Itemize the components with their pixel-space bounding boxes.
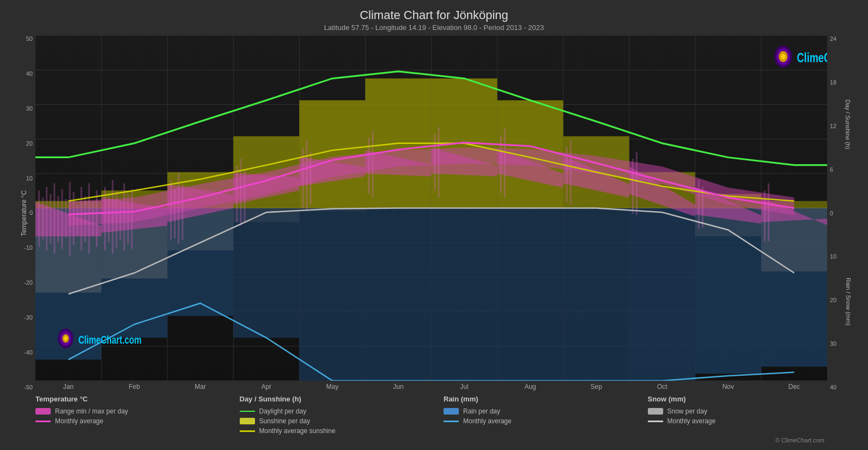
legend-snow-avg: Monthly average [648, 417, 852, 425]
x-axis-jul: Jul [431, 383, 497, 391]
svg-rect-103 [768, 183, 769, 241]
svg-rect-69 [88, 183, 90, 254]
svg-rect-79 [131, 189, 133, 249]
svg-rect-28 [365, 208, 431, 381]
svg-rect-81 [174, 189, 175, 238]
x-axis: Jan Feb Mar Apr May Jun Jul Aug Sep Oct … [35, 381, 827, 391]
legend-rain: Rain (mm) Rain per day Monthly average [444, 395, 648, 435]
legend-sunshine-avg: Monthly average sunshine [240, 427, 444, 435]
svg-rect-38 [233, 208, 299, 223]
main-container: Climate Chart for Jönköping Latitude 57.… [0, 0, 868, 450]
svg-rect-95 [504, 129, 506, 198]
legend-temp-title: Temperature °C [35, 395, 240, 403]
svg-rect-77 [123, 183, 125, 250]
svg-text:ClimeChart.com: ClimeChart.com [797, 51, 827, 65]
svg-rect-84 [236, 166, 238, 222]
svg-rect-27 [299, 208, 365, 381]
svg-rect-29 [432, 208, 497, 381]
svg-rect-57 [42, 197, 44, 240]
legend-area: Temperature °C Range min / max per day M… [11, 391, 857, 437]
legend-rain-title: Rain (mm) [444, 395, 648, 403]
legend-rain-day: Rain per day [444, 407, 648, 415]
legend-snow-title: Snow (mm) [648, 395, 852, 403]
chart-title: Climate Chart for Jönköping [11, 8, 857, 22]
legend-temp-range-label: Range min / max per day [55, 407, 128, 415]
snow-swatch [648, 408, 663, 415]
svg-rect-71 [96, 190, 98, 247]
y-axis-right-top-label: Day / Sunshine (h) [844, 99, 851, 149]
legend-snow: Snow (mm) Snow per day Monthly average [648, 395, 852, 435]
svg-point-112 [64, 337, 67, 341]
y-axis-right-bottom-label: Rain / Snow (mm) [845, 278, 852, 326]
legend-rain-avg-label: Monthly average [463, 417, 512, 425]
y-axis-right: Day / Sunshine (h) 24 18 12 6 0 10 20 30… [827, 35, 857, 391]
x-axis-sep: Sep [563, 383, 629, 391]
x-axis-feb: Feb [101, 383, 167, 391]
daylight-line [240, 411, 255, 412]
snow-avg-line [648, 421, 663, 422]
x-axis-jun: Jun [365, 383, 431, 391]
svg-rect-46 [299, 100, 365, 208]
svg-rect-72 [104, 187, 106, 250]
svg-rect-97 [570, 140, 572, 205]
svg-rect-70 [92, 201, 94, 237]
legend-sunshine-avg-label: Monthly average sunshine [259, 427, 336, 435]
temp-avg-line [35, 421, 51, 422]
sunshine-avg-line [240, 430, 255, 432]
legend-rain-avg: Monthly average [444, 417, 648, 425]
svg-rect-30 [497, 208, 563, 381]
rain-swatch [444, 408, 459, 415]
x-axis-apr: Apr [233, 383, 299, 391]
svg-rect-75 [116, 192, 117, 248]
chart-canvas: ClimeChart.com ClimeChart.com [35, 35, 827, 381]
chart-subtitle: Latitude 57.75 - Longitude 14.19 - Eleva… [11, 23, 857, 32]
chart-header: Climate Chart for Jönköping Latitude 57.… [11, 5, 857, 33]
temp-range-swatch [35, 408, 51, 415]
climate-chart-svg: ClimeChart.com ClimeChart.com [35, 35, 827, 381]
svg-rect-73 [108, 196, 110, 242]
svg-rect-86 [244, 169, 245, 222]
legend-sunshine-title: Day / Sunshine (h) [240, 395, 444, 403]
svg-rect-67 [81, 187, 82, 250]
legend-rain-day-label: Rain per day [463, 407, 500, 415]
x-axis-mar: Mar [167, 383, 233, 391]
svg-rect-32 [629, 208, 695, 381]
svg-rect-78 [128, 194, 129, 243]
svg-rect-56 [38, 190, 40, 247]
svg-rect-66 [77, 205, 78, 236]
svg-rect-76 [119, 201, 121, 240]
svg-rect-64 [69, 182, 71, 256]
y-axis-left: Temperature °C 50 40 30 20 10 0 -10 -20 … [11, 35, 35, 391]
x-axis-may: May [299, 383, 365, 391]
svg-rect-26 [233, 208, 299, 338]
legend-temp-range: Range min / max per day [35, 407, 240, 415]
copyright: © ClimeChart.com [11, 437, 857, 445]
legend-sunshine-label: Sunshine per day [259, 417, 310, 425]
svg-point-107 [781, 54, 785, 59]
x-axis-nov: Nov [695, 383, 761, 391]
svg-rect-88 [306, 140, 307, 210]
x-axis-dec: Dec [761, 383, 827, 391]
legend-snow-day-label: Snow per day [667, 407, 707, 415]
legend-daylight: Daylight per day [240, 407, 444, 415]
svg-rect-60 [53, 183, 55, 254]
rain-avg-line [444, 421, 459, 422]
svg-rect-91 [372, 130, 374, 197]
svg-rect-58 [46, 187, 47, 250]
x-axis-aug: Aug [497, 383, 563, 391]
x-axis-jan: Jan [35, 383, 101, 391]
svg-rect-98 [632, 159, 634, 214]
legend-sunshine-swatch: Sunshine per day [240, 417, 444, 425]
legend-sunshine: Day / Sunshine (h) Daylight per day Suns… [240, 395, 444, 435]
svg-rect-99 [636, 152, 638, 215]
legend-temp-avg: Monthly average [35, 417, 240, 425]
svg-rect-93 [438, 127, 440, 197]
svg-rect-74 [112, 180, 113, 254]
legend-snow-avg-label: Monthly average [667, 417, 716, 425]
svg-rect-63 [65, 199, 66, 238]
y-axis-left-label: Temperature °C [20, 190, 28, 236]
svg-rect-62 [61, 189, 63, 249]
svg-rect-89 [310, 152, 312, 205]
svg-rect-80 [170, 180, 172, 240]
svg-rect-83 [181, 183, 183, 239]
